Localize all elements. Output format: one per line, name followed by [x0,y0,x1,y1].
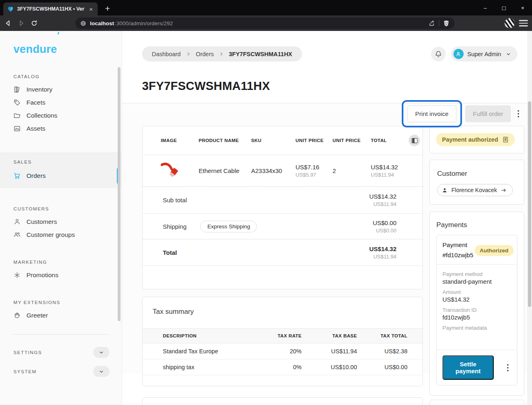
col-header-unit-price-2: UNIT PRICE [333,138,371,143]
image-icon [13,125,21,132]
back-button[interactable] [5,20,11,26]
col-header-sku: SKU [251,138,296,143]
sidebar-section-marketing: MARKETING Promotions [0,260,122,282]
breadcrumb-dashboard[interactable]: Dashboard [152,51,181,57]
payment-more-actions-button[interactable] [504,363,511,372]
amount-value: US$14.32 [442,296,511,303]
sidebar-item-customer-groups[interactable]: Customer groups [0,228,122,241]
total-net: US$11.94 [369,254,396,260]
tax-rate: 0% [249,364,302,370]
breadcrumb-orders[interactable]: Orders [196,51,214,57]
line-total-cell: US$14.32 US$11.94 [371,164,405,178]
bell-icon [435,50,442,58]
tax-base: US$10.00 [302,364,357,370]
section-label: SYSTEM [13,369,37,374]
total-row: Total US$14.32 US$11.94 [142,239,423,266]
kebab-icon [517,110,519,118]
url-bar[interactable]: localhost :3000/admin/orders/292 [75,18,455,29]
order-state-badge[interactable]: Payment authorized [436,133,515,146]
print-invoice-button[interactable]: Print invoice [407,105,456,122]
customer-link[interactable]: Florence Kovacek [437,184,513,196]
col-header-product-name: PRODUCT NAME [199,138,251,143]
site-info-icon[interactable] [80,20,86,26]
chevron-right-icon [219,51,224,57]
payments-title: Payments [436,221,517,229]
page-scrollbar-thumb[interactable] [528,101,531,307]
col-header-description: DESCRIPTION [163,333,249,338]
sidebar-section-sales: SALES Orders [0,153,122,188]
order-more-actions-button[interactable] [514,109,522,118]
new-tab-button[interactable]: + [105,4,110,13]
notifications-button[interactable] [431,47,446,61]
section-label: SALES [13,160,122,164]
product-image[interactable] [161,162,182,180]
product-name[interactable]: Ethernet Cable [199,167,251,174]
settle-payment-button[interactable]: Settle payment [442,355,494,380]
col-header-tax-rate: TAX RATE [249,333,302,338]
payments-card: Payments Payment #fd10zwjb5 Authorized P… [429,212,524,396]
sidebar-item-inventory[interactable]: Inventory [0,83,122,96]
sidebar-item-greeter[interactable]: Greeter [0,309,122,322]
toolbar-separator [439,20,439,26]
browser-titlebar: 3FY7FSCWSHMA11HX • Vendure × + – □ × [0,0,532,15]
sidebar-scrollbar[interactable] [118,67,120,321]
sidebar-section-system[interactable]: SYSTEM [0,366,122,377]
shipping-net: US$0.00 [373,228,396,234]
chevron-right-icon [186,51,191,57]
sidebar-item-customers[interactable]: Customers [0,215,122,228]
column-settings-button[interactable] [409,135,420,146]
tax-summary-title: Tax summary [142,297,423,316]
hand-icon [13,312,21,319]
settings-expand-button[interactable] [93,347,109,358]
order-state-card: Payment authorized [429,126,524,153]
order-meta-card: ID:292 Created at:06/06/23, 10:20 pm Upd… [429,400,524,405]
customer-name: Florence Kovacek [451,187,497,193]
fulfill-order-button[interactable]: Fulfill order [465,105,511,122]
tab-close-icon[interactable]: × [88,6,94,13]
user-menu[interactable]: Super Admin [451,46,517,61]
sidebar-section-extensions: MY EXTENSIONS Greeter [0,300,122,322]
user-icon [455,51,461,57]
sidebar-item-promotions[interactable]: Promotions [0,269,122,282]
transaction-id-value: fd10zwjb5 [442,314,511,321]
columns-icon [412,138,418,143]
sidebar-item-label: Customers [26,218,57,225]
section-label: MY EXTENSIONS [13,300,122,305]
shipping-label: Shipping [163,223,186,230]
chevron-down-icon [506,51,511,57]
order-table-header: IMAGE PRODUCT NAME SKU UNIT PRICE UNIT P… [142,126,423,155]
user-icon [442,187,448,193]
system-expand-button[interactable] [93,366,109,377]
sidebar-section-settings[interactable]: SETTINGS [0,347,122,358]
inventory-icon [13,86,21,93]
sidebar-section-customers: CUSTOMERS Customers Customer groups [0,206,122,241]
sidebar-item-collections[interactable]: Collections [0,109,122,122]
history-icon [502,136,509,143]
breadcrumb: Dashboard Orders 3FY7FSCWSHMA11HX [142,46,302,61]
tax-row: shipping tax 0% US$10.00 US$0.00 [142,359,423,375]
close-button[interactable]: × [513,0,532,15]
share-icon[interactable] [428,20,435,27]
forward-button[interactable] [18,20,24,26]
brave-shields-icon[interactable] [443,20,450,27]
reload-button[interactable] [31,20,37,26]
sidebar-item-assets[interactable]: Assets [0,122,122,135]
line-total-gross: US$14.32 [371,164,405,171]
sidebar-item-facets[interactable]: Facets [0,96,122,109]
sidebar-item-label: Assets [26,125,46,132]
browser-profile-avatar[interactable] [504,18,515,28]
sidebar-item-orders[interactable]: Orders [0,169,122,182]
browser-tab[interactable]: 3FY7FSCWSHMA11HX • Vendure × [3,2,98,15]
tax-total: US$2.38 [357,348,407,355]
subtotal-label: Sub total [163,197,187,204]
payment-method-value: standard-payment [442,278,511,285]
subtotal-gross: US$14.32 [369,193,396,200]
col-header-tax-total: TAX TOTAL [357,333,407,338]
browser-menu-icon[interactable] [519,20,528,26]
customer-card: Customer Florence Kovacek [429,160,524,205]
minimize-button[interactable]: – [476,0,495,15]
page-scrollbar[interactable] [527,31,532,405]
maximize-button[interactable]: □ [495,0,513,15]
payment-metadata-label: Payment metadata [442,325,511,331]
vendure-favicon-icon [7,6,14,12]
